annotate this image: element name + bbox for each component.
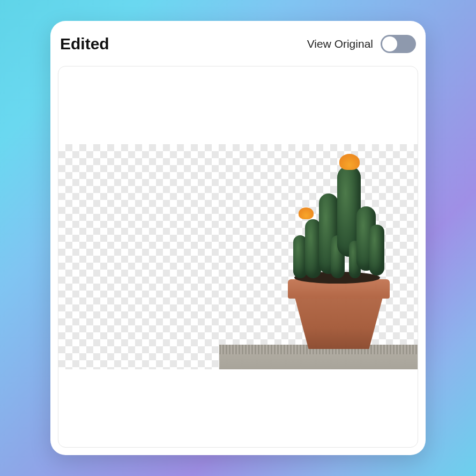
flower-icon — [339, 154, 360, 170]
image-preview-frame — [58, 66, 418, 448]
pot-body — [294, 295, 383, 349]
view-original-group: View Original — [307, 35, 416, 53]
toggle-label: View Original — [307, 38, 373, 50]
toggle-knob-icon — [382, 36, 397, 51]
header: Edited View Original — [58, 28, 418, 66]
flower-icon — [299, 207, 314, 219]
flower-pot — [288, 279, 390, 349]
cactus-stem — [369, 225, 384, 276]
page-title: Edited — [60, 35, 109, 53]
transparency-checker-icon — [58, 144, 418, 369]
cactus-plant-icon — [289, 160, 385, 284]
view-original-toggle[interactable] — [381, 35, 416, 53]
editor-card: Edited View Original — [50, 21, 426, 455]
